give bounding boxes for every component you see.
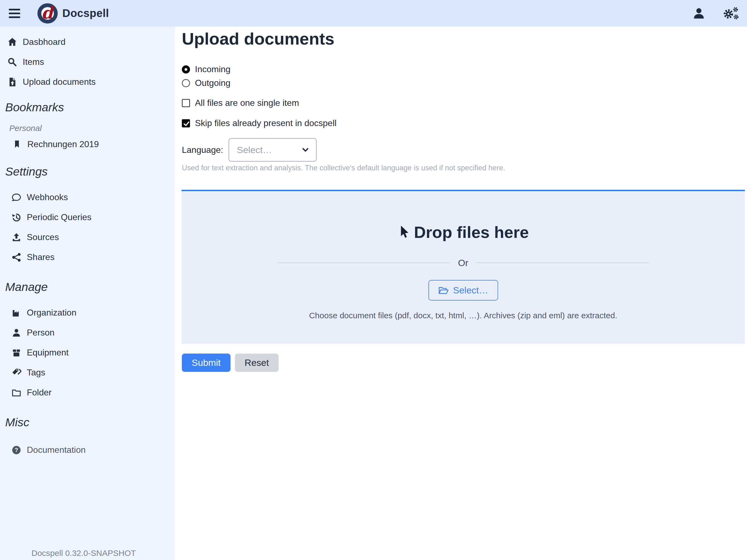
file-upload-icon — [7, 77, 18, 87]
sidebar-item-label: Rechnungen 2019 — [27, 139, 99, 149]
bookmark-icon — [11, 140, 22, 149]
sidebar-item-label: Folder — [27, 387, 52, 398]
language-select[interactable]: Select… — [229, 138, 317, 161]
search-icon — [7, 57, 18, 67]
topbar: d Docspell — [0, 0, 747, 27]
divider-line — [277, 262, 450, 263]
svg-text:d: d — [41, 3, 54, 22]
svg-text:?: ? — [15, 447, 18, 453]
sidebar-item-label: Person — [27, 328, 54, 338]
settings-gears-icon[interactable] — [722, 6, 739, 20]
docspell-logo-icon: d — [37, 3, 58, 24]
app-version: Docspell 0.32.0-SNAPSHOT — [31, 549, 136, 558]
app-title: Docspell — [62, 7, 109, 19]
radio-outgoing[interactable]: Outgoing — [182, 78, 231, 88]
section-heading-misc: Misc — [0, 413, 175, 431]
submit-button[interactable]: Submit — [182, 354, 231, 372]
sidebar-item-documentation[interactable]: ? Documentation — [0, 440, 175, 460]
sidebar-item-equipment[interactable]: Equipment — [0, 342, 175, 362]
section-heading-manage: Manage — [0, 278, 175, 296]
sidebar-item-label: Tags — [27, 367, 45, 378]
sidebar-item-periodic-queries[interactable]: Periodic Queries — [0, 207, 175, 227]
sidebar-item-label: Organization — [27, 308, 76, 318]
sidebar-item-organization[interactable]: Organization — [0, 303, 175, 323]
language-label: Language: — [182, 145, 223, 155]
sidebar-item-dashboard[interactable]: Dasbhoard — [0, 32, 175, 52]
dropzone-help-text: Choose document files (pdf, docx, txt, h… — [182, 311, 745, 320]
chevron-down-icon — [301, 146, 310, 154]
sidebar-item-upload-documents[interactable]: Upload documents — [0, 72, 175, 92]
dropzone-title: Drop files here — [414, 223, 529, 242]
checkbox-checked-icon — [182, 119, 190, 127]
radio-label: Incoming — [195, 64, 231, 74]
section-heading-settings: Settings — [0, 163, 175, 180]
menu-bar — [9, 12, 20, 14]
sidebar-item-label: Periodic Queries — [27, 212, 92, 222]
language-select-value: Select… — [237, 145, 301, 155]
radio-unselected-icon — [182, 79, 190, 87]
checkbox-skip-duplicates[interactable]: Skip files already present in docspell — [182, 118, 337, 128]
main-content: Upload documents Incoming Outgoing All f… — [175, 27, 747, 560]
comment-icon — [11, 193, 22, 202]
person-icon — [11, 328, 22, 338]
radio-selected-icon — [182, 65, 190, 74]
checkbox-label: Skip files already present in docspell — [195, 118, 337, 128]
folder-icon — [11, 388, 22, 398]
app-logo[interactable]: d Docspell — [37, 3, 109, 24]
question-circle-icon: ? — [11, 445, 22, 455]
sidebar-item-bookmark-rechnungen-2019[interactable]: Rechnungen 2019 — [0, 136, 175, 152]
sidebar-item-label: Upload documents — [23, 77, 96, 87]
sidebar-item-label: Equipment — [27, 348, 69, 358]
sidebar: Dasbhoard Items Upload documents Bookmar… — [0, 27, 175, 560]
sidebar-item-webhooks[interactable]: Webhooks — [0, 187, 175, 207]
sidebar-item-label: Shares — [27, 252, 54, 262]
sidebar-item-label: Sources — [27, 232, 59, 242]
sidebar-item-label: Documentation — [27, 445, 85, 455]
checkbox-unchecked-icon — [182, 99, 190, 107]
folder-open-icon — [438, 286, 449, 295]
menu-icon[interactable] — [9, 6, 21, 20]
bookmark-group-label: Personal — [9, 121, 175, 135]
menu-bar — [9, 17, 20, 18]
sidebar-item-sources[interactable]: Sources — [0, 227, 175, 247]
sidebar-item-person[interactable]: Person — [0, 323, 175, 342]
upload-icon — [11, 232, 22, 242]
section-heading-bookmarks: Bookmarks — [0, 98, 175, 116]
sidebar-item-items[interactable]: Items — [0, 52, 175, 72]
divider-line — [476, 262, 649, 263]
sidebar-item-label: Items — [23, 57, 44, 67]
radio-label: Outgoing — [195, 78, 231, 88]
sidebar-item-shares[interactable]: Shares — [0, 247, 175, 267]
language-help-text: Used for text extraction and analysis. T… — [182, 164, 505, 172]
history-icon — [11, 212, 22, 222]
menu-bar — [9, 9, 20, 10]
sidebar-item-label: Webhooks — [27, 192, 68, 202]
checkbox-single-item[interactable]: All files are one single item — [182, 98, 299, 108]
box-icon — [11, 348, 22, 358]
page-title: Upload documents — [182, 29, 334, 49]
industry-icon — [11, 308, 22, 318]
radio-incoming[interactable]: Incoming — [182, 64, 231, 74]
select-files-button[interactable]: Select… — [429, 280, 498, 301]
checkbox-label: All files are one single item — [195, 98, 299, 108]
select-files-label: Select… — [453, 285, 488, 296]
user-account-icon[interactable] — [692, 7, 705, 20]
sidebar-item-label: Dasbhoard — [23, 37, 66, 47]
mouse-pointer-icon — [397, 225, 410, 239]
dropzone-or-label: Or — [458, 258, 468, 268]
sidebar-item-folder[interactable]: Folder — [0, 383, 175, 403]
file-dropzone[interactable]: Drop files here Or Select… Choose docume… — [182, 190, 745, 344]
reset-button[interactable]: Reset — [235, 354, 279, 372]
share-icon — [11, 252, 22, 262]
sidebar-item-tags[interactable]: Tags — [0, 362, 175, 383]
tags-icon — [11, 368, 22, 378]
house-icon — [7, 37, 18, 47]
